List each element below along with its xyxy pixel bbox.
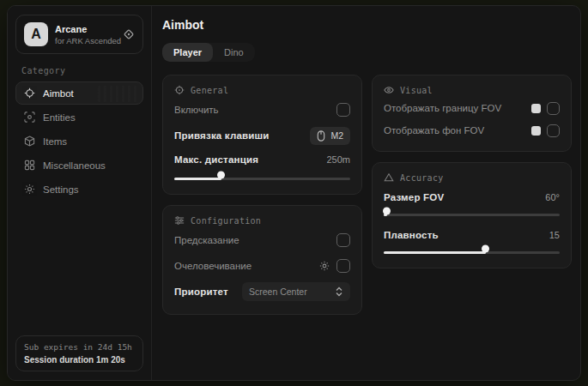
humanize-settings-gear-icon[interactable] (319, 261, 330, 271)
sidebar-item-settings[interactable]: Settings (15, 178, 143, 201)
slider-fill (384, 214, 387, 216)
app-window: A Arcane for ARK Ascended Category (7, 5, 581, 381)
slider-thumb[interactable] (383, 208, 391, 215)
app-logo-card: A Arcane for ARK Ascended (15, 15, 143, 54)
main-content: Aimbot Player Dino Gener (152, 6, 580, 380)
fov-border-color-swatch[interactable] (531, 104, 541, 113)
sidebar-item-miscellaneous[interactable]: Miscellaneous (15, 154, 143, 177)
triangle-icon (384, 172, 394, 183)
right-column: Visual Отображать границу FOV Отображать… (372, 75, 572, 268)
keybind-button[interactable]: M2 (310, 127, 350, 145)
humanize-label: Очеловечивание (174, 261, 252, 271)
max-distance-slider[interactable] (174, 175, 350, 183)
sliders-icon (174, 215, 185, 226)
priority-label: Приоритет (174, 286, 228, 297)
max-distance-value: 250m (326, 154, 350, 165)
accuracy-card: Accuracy Размер FOV 60° Плавность (372, 162, 572, 268)
visual-card-header: Visual (384, 85, 560, 95)
gear-icon (23, 184, 35, 195)
app-logo: A (24, 22, 48, 46)
sidebar-item-label: Entities (43, 112, 76, 123)
fov-size-slider[interactable] (384, 211, 560, 219)
enable-label: Включить (174, 105, 219, 115)
prediction-checkbox[interactable] (336, 233, 350, 247)
visual-card: Visual Отображать границу FOV Отображать… (372, 75, 572, 152)
slider-track[interactable] (384, 214, 560, 216)
sub-expires-text: Sub expires in 24d 15h (24, 342, 135, 352)
app-name: Arcane (55, 24, 116, 34)
configuration-card-title: Configuration (191, 216, 261, 226)
session-duration-text: Session duration 1m 20s (24, 355, 135, 365)
fov-size-value: 60° (545, 192, 560, 202)
visual-card-title: Visual (400, 86, 433, 95)
keybind-label: Привязка клавиши (174, 130, 270, 141)
tab-bar: Player Dino (162, 43, 255, 62)
category-label: Category (21, 66, 143, 75)
fov-bg-color-swatch[interactable] (531, 126, 541, 136)
sidebar-nav: Aimbot Entities Items (15, 81, 143, 201)
active-item-watermark (98, 86, 137, 102)
keybind-value: M2 (330, 130, 343, 141)
grid-icon (23, 160, 35, 171)
slider-fill (174, 178, 221, 180)
left-column: General Включить Привязка клавиши (162, 75, 362, 315)
app-title-block: Arcane for ARK Ascended (55, 24, 116, 45)
tab-dino[interactable]: Dino (213, 43, 255, 62)
person-target-icon (174, 85, 185, 95)
smoothness-value: 15 (549, 230, 560, 240)
prediction-label: Предсказание (174, 235, 239, 245)
sidebar-item-label: Items (43, 136, 67, 147)
fov-border-checkbox[interactable] (547, 102, 560, 115)
fov-bg-checkbox[interactable] (547, 124, 560, 137)
accuracy-card-header: Accuracy (384, 172, 560, 183)
humanize-checkbox[interactable] (336, 259, 350, 273)
sidebar-item-aimbot[interactable]: Aimbot (15, 81, 143, 105)
chevrons-up-down-icon (335, 286, 343, 297)
slider-fill (384, 251, 486, 254)
fov-bg-label: Отображать фон FOV (384, 125, 484, 136)
scan-icon (23, 112, 35, 123)
general-card-header: General (174, 85, 350, 95)
subscription-card: Sub expires in 24d 15h Session duration … (15, 335, 143, 371)
app-subtitle: for ARK Ascended (55, 36, 116, 45)
diamond-target-icon[interactable] (123, 28, 135, 40)
smoothness-slider[interactable] (384, 249, 560, 256)
sidebar-item-label: Aimbot (43, 88, 74, 99)
configuration-card: Configuration Предсказание Очеловечивани… (162, 205, 362, 315)
cards-grid: General Включить Привязка клавиши (162, 75, 570, 315)
configuration-card-header: Configuration (174, 215, 350, 226)
page-title: Aimbot (162, 18, 570, 32)
accuracy-card-title: Accuracy (400, 173, 444, 183)
general-card-title: General (191, 86, 228, 95)
general-card: General Включить Привязка клавиши (162, 75, 362, 195)
sidebar: A Arcane for ARK Ascended Category (8, 6, 152, 380)
smoothness-label: Плавность (384, 230, 439, 240)
sidebar-item-label: Settings (43, 184, 79, 195)
priority-dropdown[interactable]: Screen Center (242, 282, 350, 301)
max-distance-label: Макс. дистанция (174, 154, 258, 165)
sidebar-item-items[interactable]: Items (15, 130, 143, 153)
sidebar-item-entities[interactable]: Entities (15, 106, 143, 129)
mouse-icon (317, 130, 325, 142)
fov-border-label: Отображать границу FOV (384, 103, 501, 113)
slider-thumb[interactable] (217, 172, 225, 179)
fov-size-label: Размер FOV (384, 192, 444, 202)
crosshair-icon (23, 87, 35, 99)
enable-checkbox[interactable] (336, 103, 350, 117)
sidebar-item-label: Miscellaneous (43, 160, 106, 171)
priority-value: Screen Center (249, 286, 307, 297)
slider-thumb[interactable] (482, 245, 489, 253)
eye-icon (384, 85, 394, 95)
tab-player[interactable]: Player (162, 43, 213, 62)
box-icon (23, 136, 35, 147)
